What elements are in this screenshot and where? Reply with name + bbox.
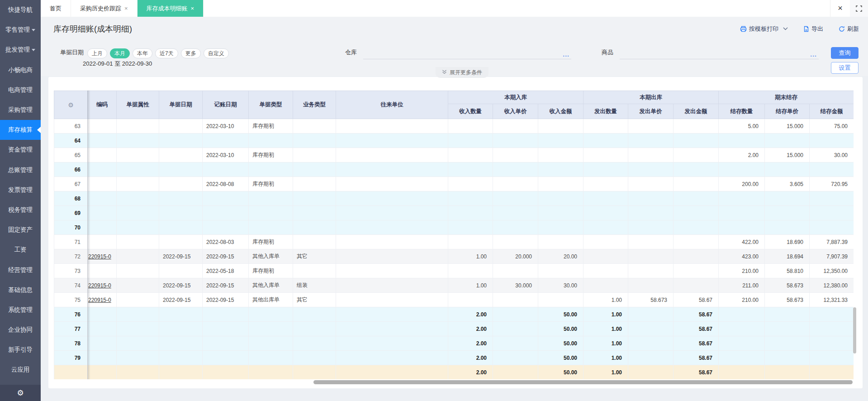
refresh-button[interactable]: 刷新: [839, 25, 859, 33]
cell-bal_price: [765, 162, 810, 177]
settings-gear-icon[interactable]: ⚙: [17, 388, 24, 398]
doc-code-link[interactable]: 220915-0: [88, 297, 111, 303]
cell-in_qty: [448, 119, 493, 134]
horizontal-scrollbar-thumb[interactable]: [313, 380, 853, 384]
sidebar-item-系统管理[interactable]: 系统管理: [0, 300, 41, 320]
cell-code: [88, 148, 117, 162]
cell-biz_type: [293, 322, 336, 336]
cell-out_qty: [583, 220, 628, 235]
tab-首页[interactable]: 首页: [41, 0, 71, 17]
sidebar-item-云应用[interactable]: 云应用: [0, 360, 41, 380]
cell-bal_price: [765, 365, 810, 380]
cell-doc_type: [249, 322, 293, 336]
vertical-scrollbar-thumb[interactable]: [853, 307, 856, 353]
cell-book_date: [203, 220, 249, 235]
cell-in_qty: [448, 177, 493, 191]
horizontal-scrollbar[interactable]: [54, 380, 854, 384]
cell-in_price: [493, 351, 538, 365]
sidebar-item-固定资产[interactable]: 固定资产: [0, 220, 41, 240]
cell-doc_type: 库存期初: [249, 148, 293, 162]
sidebar-item-工资[interactable]: 工资: [0, 240, 41, 260]
cell-doc_date: [159, 177, 203, 191]
tab-close-icon[interactable]: ×: [191, 5, 194, 12]
date-pill-上月[interactable]: 上月: [87, 48, 107, 58]
sidebar-item-零售管理[interactable]: 零售管理: [0, 20, 41, 40]
settings-button[interactable]: 设置: [831, 62, 859, 74]
cell-in_price: [493, 293, 538, 307]
group-header-本期出库: 本期出库: [583, 91, 719, 104]
sidebar-item-总账管理[interactable]: 总账管理: [0, 160, 41, 180]
app-root: 快捷导航零售管理批发管理小畅电商电商管理采购管理库存核算资金管理总账管理发票管理…: [0, 0, 868, 401]
close-icon[interactable]: ×: [830, 0, 850, 17]
goods-input[interactable]: ...: [620, 48, 819, 59]
title-bar: 库存明细账(成本明细) 按模板打印: [41, 17, 868, 41]
sidebar-item-采购管理[interactable]: 采购管理: [0, 100, 41, 120]
tab-库存成本明细账[interactable]: 库存成本明细账×: [138, 0, 204, 17]
cell-bal_price: [765, 206, 810, 220]
cell-bal_qty: 5.00: [719, 119, 765, 134]
column-header-收入数量: 收入数量: [448, 104, 493, 119]
table-row: 712022-08-03库存期初422.0018.6907,887.39: [54, 235, 854, 249]
tab-close-icon[interactable]: ×: [124, 5, 128, 12]
table-row: 632022-03-10库存期初5.0015.00075.00: [54, 119, 854, 134]
cell-bal_qty: 210.00: [719, 264, 765, 278]
warehouse-more-icon[interactable]: ...: [563, 51, 569, 58]
doc-code-link[interactable]: 220915-0: [88, 253, 111, 260]
date-pill-近7天[interactable]: 近7天: [155, 48, 178, 58]
cell-out_price: [628, 365, 674, 380]
print-dropdown-chevron-icon[interactable]: [783, 27, 788, 30]
sidebar-item-企业协同[interactable]: 企业协同: [0, 320, 41, 340]
sidebar-item-发票管理[interactable]: 发票管理: [0, 180, 41, 200]
ledger-card: ⚙编码单据属性单据日期记账日期单据类型业务类型往来单位本期入库本期出库期末结存收…: [48, 77, 863, 388]
cell-in_qty: [448, 264, 493, 278]
warehouse-input[interactable]: ...: [363, 48, 571, 59]
sidebar-item-快捷导航[interactable]: 快捷导航: [0, 0, 41, 20]
query-button[interactable]: 查询: [831, 47, 859, 59]
sidebar-item-新手引导[interactable]: 新手引导: [0, 340, 41, 360]
cell-biz_type: [293, 191, 336, 206]
export-button[interactable]: 导出: [803, 25, 823, 33]
sidebar-item-电商管理[interactable]: 电商管理: [0, 80, 41, 100]
cell-out_amt: [674, 220, 719, 235]
date-pill-本年[interactable]: 本年: [133, 48, 152, 58]
expand-more-conditions-button[interactable]: 展开更多条件: [436, 67, 489, 78]
cell-partner: [336, 264, 448, 278]
cell-in_amt: [538, 148, 583, 162]
cell-doc_date: [159, 148, 203, 162]
cell-bal_price: [765, 322, 810, 336]
sidebar-item-小畅电商[interactable]: 小畅电商: [0, 60, 41, 80]
cell-doc_date: 2022-09-15: [159, 249, 203, 264]
cell-row-number: 77: [54, 322, 88, 336]
cell-in_amt: [538, 235, 583, 249]
expand-more-label: 展开更多条件: [450, 69, 482, 76]
goods-more-icon[interactable]: ...: [810, 51, 817, 58]
cell-doc_attr: [117, 365, 159, 380]
tab-采购历史价跟踪[interactable]: 采购历史价跟踪×: [71, 0, 138, 17]
sidebar-item-批发管理[interactable]: 批发管理: [0, 40, 41, 60]
cell-biz_type: 其它: [293, 249, 336, 264]
doc-code-link[interactable]: 220915-0: [88, 282, 111, 289]
cell-biz_type: 组装: [293, 278, 336, 293]
cell-in_amt: [538, 119, 583, 134]
column-header-单据属性: 单据属性: [117, 91, 159, 119]
fullscreen-icon[interactable]: [850, 0, 868, 17]
cell-in_qty: [448, 148, 493, 162]
cell-biz_type: [293, 148, 336, 162]
goods-label: 商品: [602, 48, 613, 59]
cell-biz_type: [293, 119, 336, 134]
cell-doc_date: [159, 162, 203, 177]
date-pill-本月[interactable]: 本月: [110, 48, 130, 58]
column-settings-gear-icon[interactable]: ⚙: [54, 91, 88, 119]
sidebar-item-基础信息[interactable]: 基础信息: [0, 280, 41, 300]
cell-out_price: 58.673: [628, 293, 674, 307]
date-pill-更多[interactable]: 更多: [181, 48, 201, 58]
sidebar-item-资金管理[interactable]: 资金管理: [0, 140, 41, 160]
sidebar-item-经营管理[interactable]: 经营管理: [0, 260, 41, 280]
cell-in_amt: [538, 264, 583, 278]
cell-row-number: 70: [54, 220, 88, 235]
print-by-template-button[interactable]: 按模板打印: [740, 25, 778, 33]
date-pill-自定义[interactable]: 自定义: [204, 48, 229, 58]
sidebar-item-库存核算[interactable]: 库存核算: [0, 120, 41, 140]
cell-row-number: 76: [54, 307, 88, 322]
sidebar-item-税务管理[interactable]: 税务管理: [0, 200, 41, 220]
